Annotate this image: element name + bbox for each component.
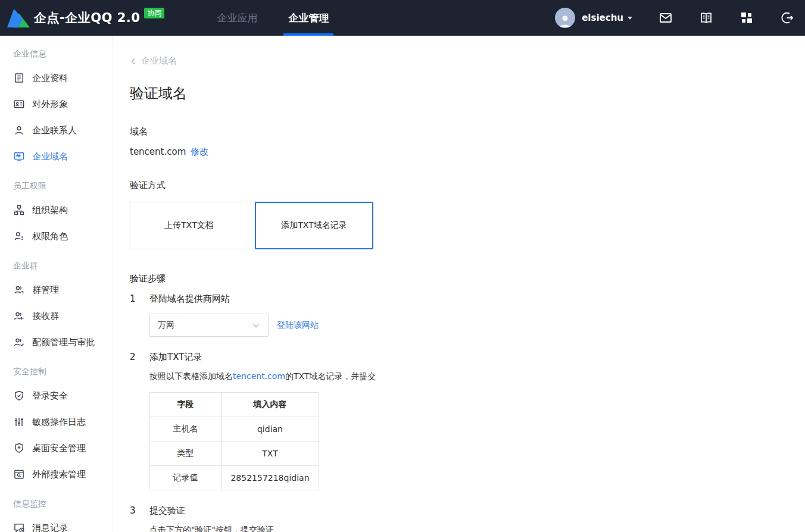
- table-row: 类型 TXT: [150, 442, 319, 466]
- provider-select[interactable]: 万网: [149, 314, 269, 337]
- main-content: 企业域名 验证域名 域名 tencent.com修改 验证方式 上传TXT文档 …: [113, 36, 805, 532]
- step-3-description: 点击下方的"验证"按钮，提交验证: [149, 525, 274, 532]
- document-icon: [13, 72, 25, 84]
- sidebar-section-employee-permissions: 员工权限 组织架构 权限角色: [13, 181, 113, 249]
- table-row: 记录值 2852157218qidian: [150, 466, 319, 490]
- username[interactable]: elsiechu: [582, 12, 623, 23]
- sidebar-item-login-security[interactable]: 登录安全: [13, 383, 113, 409]
- avatar-person-icon: [557, 12, 573, 28]
- avatar[interactable]: [555, 8, 575, 28]
- sidebar-item-label: 对外形象: [32, 99, 68, 110]
- sidebar-item-permission-roles[interactable]: 权限角色: [13, 223, 113, 249]
- sidebar-item-message-records[interactable]: 消息记录: [13, 515, 113, 532]
- method-card-add-txt-record[interactable]: 添加TXT域名记录: [255, 202, 373, 249]
- section-title: 员工权限: [13, 181, 113, 193]
- col-header-value: 填入内容: [221, 393, 319, 417]
- shield-check-icon: [13, 390, 25, 402]
- sidebar-section-company-groups: 企业群 群管理 接收: [13, 261, 113, 355]
- step-1-number: 1: [130, 293, 149, 337]
- cell-field: 主机名: [150, 417, 221, 442]
- mail-icon[interactable]: [659, 11, 673, 25]
- contacts-book-icon[interactable]: [699, 11, 713, 25]
- step-3-title: 提交验证: [149, 505, 274, 517]
- sidebar-item-quota-approval[interactable]: 配额管理与审批: [13, 329, 113, 355]
- sidebar-item-org-structure[interactable]: 组织架构: [13, 197, 113, 223]
- section-title: 企业群: [13, 261, 113, 273]
- verification-method-label: 验证方式: [130, 180, 805, 191]
- logout-icon[interactable]: [780, 11, 794, 25]
- domain-value: tencent.com: [130, 146, 186, 157]
- top-navigation: 企业应用 企业管理: [201, 0, 344, 36]
- domain-icon: [13, 151, 25, 162]
- table-row: 主机名 qidian: [150, 417, 319, 442]
- sidebar-item-external-search[interactable]: 外部搜索管理: [13, 461, 113, 487]
- qidian-logo-icon: [6, 7, 31, 30]
- modify-link[interactable]: 修改: [191, 146, 208, 157]
- collab-badge: 协同: [144, 8, 164, 18]
- step-1-title: 登陆域名提供商网站: [149, 293, 319, 305]
- step-3-number: 3: [130, 505, 149, 532]
- sidebar-section-info-monitoring: 信息监控 消息记录: [13, 499, 113, 532]
- group-icon: [13, 284, 25, 296]
- txt-record-table: 字段 填入内容 主机名 qidian 类型 TXT 记录值 2852157218…: [149, 392, 319, 490]
- table-header-row: 字段 填入内容: [150, 393, 319, 417]
- sidebar-item-label: 接收群: [32, 311, 59, 322]
- step-1: 1 登陆域名提供商网站 万网 登陆该网站: [130, 293, 805, 337]
- verification-method-cards: 上传TXT文档 添加TXT域名记录: [130, 202, 805, 249]
- method-card-upload-txt[interactable]: 上传TXT文档: [130, 202, 248, 249]
- step-2-number: 2: [130, 352, 149, 490]
- sidebar-item-label: 消息记录: [32, 522, 68, 532]
- sidebar-item-receive-groups[interactable]: 接收群: [13, 303, 113, 329]
- sliders-icon: [13, 416, 25, 428]
- domain-row: tencent.com修改: [130, 146, 805, 158]
- person-icon: [13, 124, 25, 136]
- provider-select-value: 万网: [158, 320, 174, 331]
- sidebar-item-label: 配额管理与审批: [32, 337, 95, 348]
- id-card-icon: [13, 98, 25, 110]
- step-2-title: 添加TXT记录: [149, 352, 376, 363]
- tab-enterprise-management[interactable]: 企业管理: [288, 0, 329, 36]
- tab-enterprise-management-label: 企业管理: [288, 11, 329, 25]
- breadcrumb-back[interactable]: 企业域名: [130, 55, 177, 67]
- step-3: 3 提交验证 点击下方的"验证"按钮，提交验证: [130, 505, 805, 532]
- cell-value: qidian: [221, 417, 319, 442]
- step-2: 2 添加TXT记录 按照以下表格添加域名tencent.com的TXT域名记录，…: [130, 352, 805, 490]
- apps-grid-icon[interactable]: [740, 11, 754, 25]
- cell-field: 记录值: [150, 466, 221, 490]
- group-approve-icon: [13, 336, 25, 348]
- search-window-icon: [13, 468, 25, 480]
- sidebar-item-group-management[interactable]: 群管理: [13, 277, 113, 303]
- verification-steps-label: 验证步骤: [130, 273, 805, 284]
- sidebar-section-company-info: 企业信息 企业资料 对外形象: [13, 49, 113, 170]
- sidebar-item-company-profile[interactable]: 企业资料: [13, 65, 113, 91]
- visit-site-link[interactable]: 登陆该网站: [277, 320, 319, 331]
- sidebar: 企业信息 企业资料 对外形象: [0, 36, 113, 532]
- desc-suffix: 的TXT域名记录，并提交: [285, 371, 376, 381]
- desc-prefix: 按照以下表格添加域名: [149, 371, 233, 381]
- section-title: 安全控制: [13, 367, 113, 378]
- cell-value: TXT: [221, 442, 319, 466]
- org-chart-icon: [13, 204, 25, 216]
- sidebar-item-company-domain[interactable]: 企业域名: [13, 143, 113, 170]
- col-header-field: 字段: [150, 393, 221, 417]
- user-menu-caret-icon[interactable]: [628, 17, 632, 20]
- sidebar-item-sensitive-logs[interactable]: 敏感操作日志: [13, 409, 113, 435]
- sidebar-item-label: 登录安全: [32, 390, 68, 402]
- domain-link[interactable]: tencent.com: [233, 371, 285, 381]
- step-2-description: 按照以下表格添加域名tencent.com的TXT域名记录，并提交: [149, 371, 376, 382]
- sidebar-item-label: 组织架构: [32, 205, 68, 216]
- sidebar-item-label: 权限角色: [32, 231, 68, 242]
- chevron-down-icon: [252, 321, 260, 330]
- tab-enterprise-apps[interactable]: 企业应用: [217, 0, 257, 36]
- sidebar-item-label: 企业资料: [32, 73, 68, 84]
- section-title: 企业信息: [13, 49, 113, 61]
- brand-title: 企点-企业QQ 2.0: [34, 10, 140, 26]
- sidebar-item-desktop-security[interactable]: 桌面安全管理: [13, 435, 113, 461]
- role-icon: [13, 230, 25, 242]
- message-history-icon: [13, 522, 25, 532]
- sidebar-item-public-image[interactable]: 对外形象: [13, 91, 113, 117]
- brand: 企点-企业QQ 2.0 协同: [0, 0, 164, 36]
- breadcrumb-label: 企业域名: [141, 55, 177, 67]
- cell-field: 类型: [150, 442, 221, 466]
- sidebar-item-company-contacts[interactable]: 企业联系人: [13, 117, 113, 143]
